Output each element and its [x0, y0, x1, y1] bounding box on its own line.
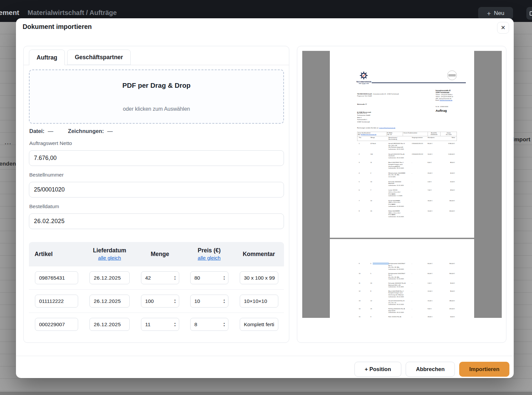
zeichnungen-label: Zeichnungen: [68, 128, 104, 134]
kommentar-input[interactable] [240, 318, 278, 331]
lieferdatum-header: Lieferdatum [93, 247, 126, 254]
lieferdatum-input[interactable] [89, 295, 130, 308]
bestellnummer-input[interactable] [29, 182, 284, 198]
artikel-header: Artikel [35, 251, 53, 258]
technovision-logo: TECHNOVISION GmbH [354, 71, 373, 84]
stepper-arrows-icon[interactable]: ▲▼ [223, 275, 225, 280]
pdf-item-row: 6 7 Leiste 1111111 122.0 x 15.0 x 8.0 / … [357, 189, 460, 197]
auftragswert-input[interactable] [29, 150, 284, 166]
contact-block: Innovationsstraße 42 12345 Technikstadt … [436, 89, 453, 101]
preis-header: Preis (€) [198, 247, 220, 254]
add-position-button[interactable]: + Position [354, 362, 401, 377]
tab-auftrag-label: Auftrag [37, 54, 57, 61]
kommentar-input[interactable] [240, 295, 278, 308]
cancel-button[interactable]: Abbrechen [406, 362, 455, 377]
menge-stepper[interactable] [141, 295, 179, 308]
datei-value: — [48, 128, 54, 134]
pdf-item-row: 11 20 Schraube 00000002 Rev A Edelstahl … [357, 282, 463, 288]
lieferdatum-alle-gleich-link[interactable]: alle gleich [98, 255, 121, 261]
close-icon: ✕ [501, 24, 505, 31]
tab-geschaeftspartner[interactable]: Geschäftspartner [67, 50, 131, 65]
datei-label: Datei: [29, 128, 45, 134]
artikel-input[interactable] [35, 271, 78, 284]
pdf-item-row: 14 25 Rohling 000500111 Rev A Stahl S235… [357, 308, 463, 314]
certification-seal [447, 70, 457, 80]
menge-stepper[interactable] [141, 271, 179, 284]
auftragswert-label: Auftragswert Netto [29, 140, 72, 146]
pdf-items-page2: 9 5 Schalterwinkel 000229007 Rev 2 40 x … [330, 239, 463, 318]
stepper-arrows-icon[interactable]: ▲▼ [223, 322, 225, 327]
background-ellipsis: ... [5, 139, 12, 146]
zeichnungen-value: — [107, 128, 113, 134]
pdf-item-row: 12 8 Block 000229008 Rev 2 Komplett fert… [357, 290, 463, 298]
artikel-input[interactable] [35, 295, 78, 308]
pdf-doc-title: Auftrag [436, 109, 447, 112]
positions-table-header: Artikel Lieferdatum alle gleich Menge Pr… [29, 242, 284, 266]
preis-stepper[interactable] [190, 295, 228, 308]
import-button[interactable]: Importieren [459, 362, 509, 377]
screen: ement Materialwirtschaft / Aufträge + Ne… [0, 0, 532, 395]
window-title-fragment: ement [0, 9, 19, 17]
background-bottom-strip [0, 392, 532, 395]
new-button[interactable]: + Neu [478, 7, 513, 20]
position-row-3: ▲▼ ▲▼ [29, 313, 284, 336]
dropzone-subtitle: oder klicken zum Auswählen [123, 106, 190, 112]
dropzone-title: PDF per Drag & Drop [122, 81, 191, 89]
close-button[interactable]: ✕ [497, 22, 509, 34]
tab-auftrag[interactable]: Auftrag [29, 50, 65, 65]
artikel-input[interactable] [35, 318, 78, 331]
window-icon [530, 11, 532, 16]
clerk-email-link: M.Müller@technovision.de [361, 134, 376, 136]
stepper-arrows-icon[interactable]: ▲▼ [174, 299, 176, 304]
background-text-fragment: enden [0, 161, 16, 167]
menge-stepper[interactable] [141, 318, 179, 331]
preis-stepper[interactable] [190, 318, 228, 331]
logo-subtitle: GmbH [354, 83, 373, 84]
pdf-item-row: 15 3 Rohr 1111112 Rev A 122.0 x 20.0 x 1… [357, 316, 463, 318]
recipient-street: Werkstraße 77 [357, 103, 367, 105]
pdf-item-row: 2 100 Gestell 011112222 Rev A 10x10x10 L… [357, 153, 460, 159]
tax-number: St.-Nr.: 12/345/13245 [436, 106, 448, 107]
modal-title: Dokument importieren [23, 23, 92, 31]
stepper-arrows-icon[interactable]: ▲▼ [174, 322, 176, 327]
lieferdatum-input[interactable] [89, 271, 130, 284]
preis-stepper[interactable] [190, 271, 228, 284]
footer-divider [16, 356, 514, 356]
tab-geschaeftspartner-label: Geschäftspartner [75, 54, 123, 61]
preis-alle-gleich-link[interactable]: alle gleich [198, 255, 221, 261]
background-import-column-header: Import [513, 136, 530, 143]
pdf-item-row: 4 2 Winkelschalter 000268888 40 x 30 x 3… [357, 172, 460, 178]
pdf-item-row: 7 10 Schaft 000268889 198.0 x 15.0 x 8.0… [357, 200, 460, 207]
pdf-item-row: 8 20 Hebel 000268889 198.0 x 15.0 x 8.0 … [357, 210, 460, 217]
pdf-item-row: 1 42 Stück Gestell 098765431 Rev G 30 x … [357, 143, 460, 150]
pdf-item-row: 5 10 Schraube 00000001 Edelstahl Liefert… [357, 181, 460, 186]
breadcrumb: Materialwirtschaft / Aufträge [28, 9, 117, 17]
order-form-card: Auftrag Geschäftspartner PDF per Drag & … [23, 46, 289, 343]
plus-icon: + [487, 10, 491, 17]
bestellnummer-label: Bestellnummer [29, 172, 64, 178]
stepper-arrows-icon[interactable]: ▲▼ [174, 275, 176, 280]
lieferdatum-input[interactable] [89, 318, 130, 331]
items-column-headers: Pos Menge Bezeichnung / Beschreibung Vor… [357, 136, 457, 141]
positions-table: Artikel Lieferdatum alle gleich Menge Pr… [29, 242, 284, 336]
order-meta-table: Unser Sachbearbeiter: Mail: M.Müller@tec… [357, 132, 457, 141]
pdf-dropzone[interactable]: PDF per Drag & Drop oder klicken zum Aus… [29, 69, 284, 124]
menge-header: Menge [151, 251, 169, 258]
modal-footer: + Position Abbrechen Importieren [16, 362, 514, 377]
file-status-row: Datei: — Zeichnungen: — [29, 128, 113, 134]
import-document-modal: Dokument importieren ✕ Auftrag Geschäfts… [16, 18, 514, 378]
email-link: info@technovision.de [440, 100, 452, 101]
invoice-line: Rechnungen senden Sie bitte an: invoice@… [357, 127, 395, 129]
pdf-viewer[interactable]: TECHNOVISION GmbH TECHNOVISION GmbH - In… [302, 51, 502, 318]
pdf-item-row: 13 12 Gestell 011112223 Rev B 20 x 20 x … [357, 300, 463, 306]
window-button[interactable] [526, 7, 532, 20]
letterhead-rule [372, 82, 466, 83]
kommentar-input[interactable] [240, 271, 278, 284]
stepper-arrows-icon[interactable]: ▲▼ [223, 299, 225, 304]
deliver-to-label: Bitte liefern sie an: [357, 112, 367, 114]
pdf-preview-card: TECHNOVISION GmbH TECHNOVISION GmbH - In… [297, 46, 506, 343]
pdf-item-row: 9 5 Schalterwinkel 000229007 Rev 2 40 x … [357, 263, 463, 270]
bestelldatum-input[interactable] [29, 213, 284, 229]
pdf-page-2: 9 5 Schalterwinkel 000229007 Rev 2 40 x … [330, 239, 474, 318]
pdf-item-row: 10 5 Schalterwinkel 000229007 Rev 2 40 x… [357, 272, 463, 280]
